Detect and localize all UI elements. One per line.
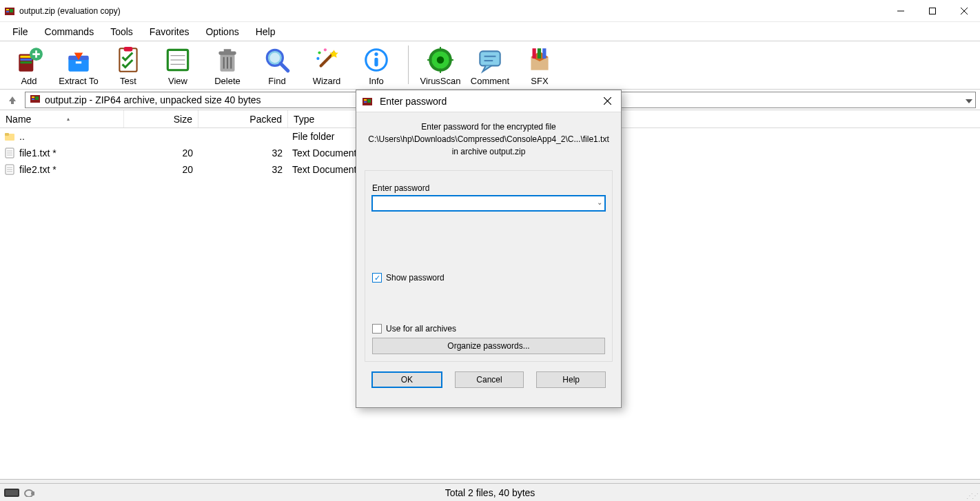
tool-info[interactable]: Info [356, 44, 397, 86]
dialog-title: Enter password [380, 96, 599, 107]
minimize-button[interactable] [885, 0, 917, 22]
address-dropdown-icon[interactable] [966, 94, 972, 105]
organize-passwords-button[interactable]: Organize passwords... [372, 338, 605, 354]
tool-extract-label: Extract To [59, 76, 99, 86]
tool-virusscan-label: VirusScan [420, 76, 460, 86]
tool-delete[interactable]: Delete [207, 44, 248, 86]
password-label: Enter password [372, 183, 605, 193]
svg-line-31 [280, 63, 288, 71]
menu-tools[interactable]: Tools [103, 23, 140, 40]
show-password-row[interactable]: ✓ Show password [372, 273, 605, 283]
tool-find[interactable]: Find [256, 44, 298, 86]
svg-rect-2 [6, 11, 9, 12]
tool-test[interactable]: Test [108, 44, 149, 86]
cell-packed: 32 [198, 147, 288, 159]
password-input[interactable] [372, 196, 605, 211]
status-text: Total 2 files, 40 bytes [0, 487, 980, 498]
svg-point-30 [270, 53, 280, 63]
svg-rect-55 [32, 96, 34, 98]
show-password-checkbox[interactable]: ✓ [372, 273, 382, 283]
tool-info-label: Info [369, 76, 384, 86]
menu-help[interactable]: Help [249, 23, 283, 40]
svg-rect-15 [76, 61, 81, 63]
svg-rect-11 [20, 61, 32, 63]
cell-name: file1.txt * [0, 147, 124, 159]
menu-file[interactable]: File [6, 23, 35, 40]
dialog-message-line3: in archive output.zip [367, 145, 610, 158]
svg-rect-1 [6, 9, 9, 10]
cell-name-text: file2.txt * [19, 164, 57, 175]
dialog-group: Enter password ⌄ ✓ Show password ✓ Use f… [365, 170, 613, 362]
dialog-buttons: OK Cancel Help [365, 362, 613, 398]
window-title: output.zip (evaluation copy) [19, 6, 885, 16]
close-button[interactable] [948, 0, 980, 22]
column-size[interactable]: Size [124, 110, 198, 127]
test-icon [114, 45, 143, 74]
svg-rect-47 [480, 51, 500, 65]
svg-rect-73 [364, 99, 367, 101]
toolbar-separator [408, 45, 409, 84]
svg-rect-75 [367, 99, 371, 103]
tool-add[interactable]: Add [8, 44, 50, 86]
tool-sfx[interactable]: SFX [519, 44, 560, 86]
dialog-close-button[interactable] [599, 93, 615, 110]
status-left-icons [4, 489, 34, 497]
show-password-label: Show password [386, 273, 445, 283]
svg-rect-3 [10, 9, 13, 12]
up-button[interactable] [4, 92, 21, 108]
use-for-all-checkbox[interactable]: ✓ [372, 324, 382, 334]
toolbar: Add Extract To Test View Delete Find Wiz… [0, 41, 980, 90]
use-for-all-label: Use for all archives [386, 324, 456, 334]
app-icon [4, 6, 15, 17]
help-button[interactable]: Help [536, 371, 606, 388]
titlebar: output.zip (evaluation copy) [0, 0, 980, 22]
tool-virusscan[interactable]: VirusScan [420, 44, 461, 86]
svg-rect-16 [119, 48, 136, 72]
delete-icon [213, 45, 242, 74]
comment-icon [476, 45, 504, 74]
menu-options[interactable]: Options [198, 23, 245, 40]
tool-wizard[interactable]: Wizard [306, 44, 347, 86]
virusscan-icon [426, 45, 455, 74]
column-name-label: Name [6, 114, 31, 125]
menu-favorites[interactable]: Favorites [143, 23, 196, 40]
tool-test-label: Test [120, 76, 136, 86]
menu-commands[interactable]: Commands [38, 23, 101, 40]
cell-name: file2.txt * [0, 164, 124, 175]
svg-point-33 [318, 51, 320, 54]
resize-grip-icon[interactable]: ⋰⋰ [966, 492, 977, 500]
maximize-button[interactable] [917, 0, 948, 22]
tool-extract[interactable]: Extract To [58, 44, 99, 86]
info-icon [362, 45, 391, 74]
extract-icon [64, 45, 93, 74]
cell-size: 20 [124, 164, 198, 175]
svg-point-34 [324, 48, 327, 51]
cancel-button[interactable]: Cancel [455, 371, 524, 388]
column-name[interactable]: Name▴ [0, 110, 124, 127]
use-for-all-row[interactable]: ✓ Use for all archives [372, 324, 605, 334]
svg-rect-5 [930, 8, 936, 14]
tool-view-label: View [168, 76, 187, 86]
dialog-icon [362, 96, 373, 107]
svg-rect-52 [538, 48, 541, 59]
password-combo: ⌄ [372, 196, 605, 211]
svg-rect-69 [6, 490, 18, 495]
tool-view[interactable]: View [157, 44, 198, 86]
svg-rect-10 [20, 59, 32, 61]
tool-comment[interactable]: Comment [469, 44, 511, 86]
tool-add-label: Add [21, 76, 37, 86]
svg-rect-39 [374, 58, 378, 67]
sort-indicator-icon: ▴ [67, 116, 70, 122]
lock-icon [23, 489, 34, 497]
ok-button[interactable]: OK [371, 371, 442, 388]
keyboard-icon [4, 489, 19, 497]
file-icon [4, 147, 15, 159]
svg-point-35 [316, 57, 319, 60]
svg-rect-56 [32, 99, 34, 100]
add-icon [14, 45, 43, 74]
column-packed[interactable]: Packed [198, 110, 288, 127]
dialog-message-line1: Enter password for the encrypted file [367, 121, 610, 133]
cell-name-text: .. [19, 131, 25, 142]
find-icon [263, 45, 292, 74]
tool-find-label: Find [268, 76, 285, 86]
